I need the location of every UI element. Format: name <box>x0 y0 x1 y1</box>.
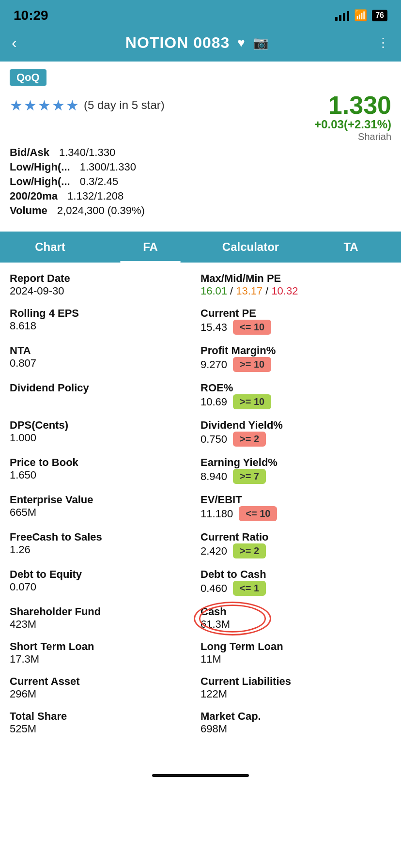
current-ratio-value: 2.420 <box>200 545 227 558</box>
earning-yield-label: Earning Yield% <box>200 456 391 469</box>
fa-row-dividend-policy: Dividend Policy ROE% 10.69 >= 10 <box>10 377 391 414</box>
status-bar: 10:29 📶 76 <box>0 0 401 29</box>
current-ratio-badge: >= 2 <box>233 543 266 558</box>
header-title: NOTION 0083 <box>125 34 230 52</box>
long-loan-label: Long Term Loan <box>200 640 391 653</box>
profit-margin-label: Profit Margin% <box>200 344 391 357</box>
debt-equity-value: 0.070 <box>10 581 200 593</box>
fa-col-nta: NTA 0.807 <box>10 344 200 372</box>
enterprise-value-value: 665M <box>10 506 200 519</box>
tab-chart[interactable]: Chart <box>0 232 100 263</box>
pe-range-label: Max/Mid/Min PE <box>200 272 391 285</box>
fa-row-nta: NTA 0.807 Profit Margin% 9.270 >= 10 <box>10 340 391 377</box>
tab-ta[interactable]: TA <box>301 232 401 263</box>
rating-text: (5 day in 5 star) <box>84 98 165 112</box>
rating-row: ★★★★★ (5 day in 5 star) 1.330 <box>10 91 391 120</box>
low-high-range-value: 0.3/2.45 <box>80 175 119 188</box>
fa-col-pe-range: Max/Mid/Min PE 16.01 / 13.17 / 10.32 <box>200 272 391 297</box>
evebit-badge: <= 10 <box>239 506 277 521</box>
fa-col-market-cap: Market Cap. 698M <box>200 710 391 735</box>
fa-col-current-asset: Current Asset 296M <box>10 675 200 700</box>
fa-row-dps: DPS(Cents) 1.000 Dividend Yield% 0.750 >… <box>10 414 391 451</box>
fa-col-debt-cash: Debt to Cash 0.460 <= 1 <box>200 568 391 596</box>
price-to-book-value: 1.650 <box>10 469 200 481</box>
enterprise-value-label: Enterprise Value <box>10 494 200 506</box>
price-main: 1.330 <box>328 91 391 120</box>
camera-icon[interactable]: 📷 <box>253 35 268 50</box>
dividend-yield-value: 0.750 <box>200 433 227 446</box>
market-cap-label: Market Cap. <box>200 710 391 723</box>
dividend-yield-label: Dividend Yield% <box>200 419 391 432</box>
low-high-range-row: Low/High(... 0.3/2.45 <box>10 175 391 188</box>
bid-ask-row: Bid/Ask 1.340/1.330 <box>10 146 391 159</box>
eps-label: Rolling 4 EPS <box>10 307 200 320</box>
fa-col-price-to-book: Price to Book 1.650 <box>10 456 200 484</box>
pe-range-values: 16.01 / 13.17 / 10.32 <box>200 285 391 297</box>
status-icons: 📶 76 <box>335 9 387 22</box>
fa-col-cash: Cash 61.3M <box>200 605 391 631</box>
tab-bar: Chart FA Calculator TA <box>0 232 401 263</box>
cash-circled-annotation: Cash 61.3M <box>200 605 230 631</box>
short-loan-value: 17.3M <box>10 653 200 666</box>
debt-cash-label: Debt to Cash <box>200 568 391 581</box>
shariah-label: Shariah <box>358 131 391 142</box>
debt-cash-value: 0.460 <box>200 582 227 595</box>
fa-col-profit-margin: Profit Margin% 9.270 >= 10 <box>200 344 391 372</box>
profit-margin-badge: >= 10 <box>233 357 271 372</box>
ma-label: 200/20ma <box>10 190 58 202</box>
fa-col-eps: Rolling 4 EPS 8.618 <box>10 307 200 335</box>
dividend-policy-label: Dividend Policy <box>10 382 200 394</box>
battery-indicator: 76 <box>372 10 387 21</box>
earning-yield-value: 8.940 <box>200 470 227 483</box>
wifi-icon: 📶 <box>354 9 367 22</box>
roe-label: ROE% <box>200 382 391 394</box>
volume-value: 2,024,300 (0.39%) <box>57 204 145 217</box>
fa-row-free-cash: FreeCash to Sales 1.26 Current Ratio 2.4… <box>10 526 391 563</box>
fa-row-assets: Current Asset 296M Current Liabilities 1… <box>10 670 391 705</box>
fa-col-dps: DPS(Cents) 1.000 <box>10 419 200 447</box>
cash-value: 61.3M <box>200 618 230 631</box>
current-liabilities-label: Current Liabilities <box>200 675 391 688</box>
fa-row-enterprise-value: Enterprise Value 665M EV/EBIT 11.180 <= … <box>10 489 391 526</box>
roe-badge: >= 10 <box>233 394 271 409</box>
info-section: QoQ ★★★★★ (5 day in 5 star) 1.330 +0.03(… <box>0 62 401 224</box>
fa-col-free-cash: FreeCash to Sales 1.26 <box>10 531 200 558</box>
shareholder-fund-value: 423M <box>10 618 200 631</box>
fa-col-current-pe: Current PE 15.43 <= 10 <box>200 307 391 335</box>
more-options-icon[interactable]: ⋮ <box>377 35 389 50</box>
fa-col-shareholder-fund: Shareholder Fund 423M <box>10 605 200 631</box>
qoq-badge: QoQ <box>10 69 46 86</box>
earning-yield-badge: >= 7 <box>233 469 266 484</box>
eps-value: 8.618 <box>10 320 200 332</box>
bid-ask-label: Bid/Ask <box>10 146 49 159</box>
fa-col-current-liabilities: Current Liabilities 122M <box>200 675 391 700</box>
fa-col-enterprise-value: Enterprise Value 665M <box>10 494 200 521</box>
evebit-label: EV/EBIT <box>200 494 391 506</box>
current-asset-label: Current Asset <box>10 675 200 688</box>
tab-calculator[interactable]: Calculator <box>200 232 301 263</box>
favorite-icon[interactable]: ♥ <box>237 35 245 50</box>
low-high-day-value: 1.300/1.330 <box>80 161 136 173</box>
status-time: 10:29 <box>14 8 48 23</box>
pe-max: 16.01 <box>200 285 227 297</box>
fa-row-price-to-book: Price to Book 1.650 Earning Yield% 8.940… <box>10 451 391 489</box>
dps-value: 1.000 <box>10 432 200 444</box>
profit-margin-value: 9.270 <box>200 358 227 371</box>
fa-col-roe: ROE% 10.69 >= 10 <box>200 382 391 409</box>
ma-value: 1.132/1.208 <box>67 190 123 202</box>
dps-label: DPS(Cents) <box>10 419 200 432</box>
current-liabilities-value: 122M <box>200 688 391 700</box>
back-button[interactable]: ‹ <box>12 34 17 52</box>
tab-fa[interactable]: FA <box>100 232 200 263</box>
fa-col-total-share: Total Share 525M <box>10 710 200 735</box>
pe-mid: 13.17 <box>236 285 262 297</box>
fa-row-shares: Total Share 525M Market Cap. 698M <box>10 705 391 740</box>
fa-col-report-date: Report Date 2024-09-30 <box>10 272 200 297</box>
fa-row-debt-equity: Debt to Equity 0.070 Debt to Cash 0.460 … <box>10 563 391 601</box>
star-rating: ★★★★★ <box>10 97 80 114</box>
fa-col-evebit: EV/EBIT 11.180 <= 10 <box>200 494 391 521</box>
total-share-label: Total Share <box>10 710 200 723</box>
header: ‹ NOTION 0083 ♥ 📷 ⋮ <box>0 29 401 62</box>
current-pe-label: Current PE <box>200 307 391 320</box>
long-loan-value: 11M <box>200 653 391 666</box>
